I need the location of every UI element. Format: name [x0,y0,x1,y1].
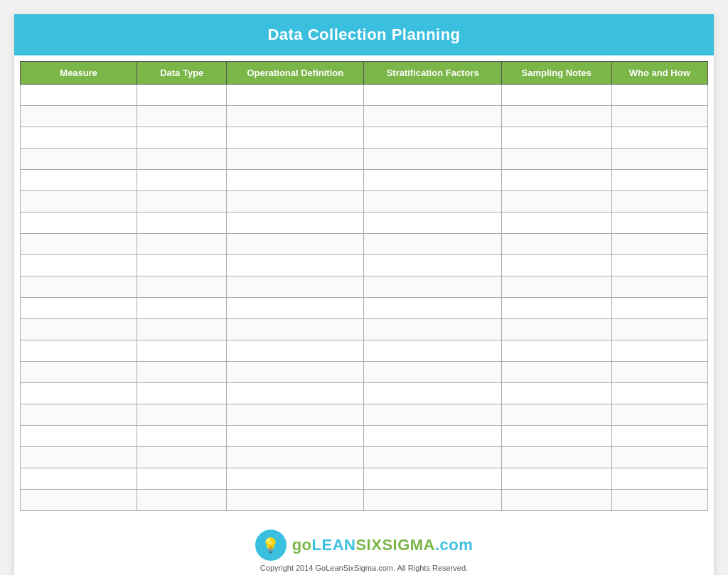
table-cell[interactable] [137,490,227,511]
table-cell[interactable] [21,426,137,447]
table-cell[interactable] [137,276,227,298]
table-cell[interactable] [137,319,227,340]
table-cell[interactable] [364,149,501,170]
table-cell[interactable] [137,447,227,468]
table-cell[interactable] [611,426,707,447]
table-cell[interactable] [364,319,501,340]
table-cell[interactable] [364,255,501,276]
table-cell[interactable] [21,383,137,404]
table-cell[interactable] [364,298,501,319]
table-cell[interactable] [501,127,611,149]
table-cell[interactable] [501,255,611,276]
table-cell[interactable] [611,213,707,234]
table-cell[interactable] [364,170,501,191]
table-cell[interactable] [611,234,707,255]
table-cell[interactable] [364,213,501,234]
table-cell[interactable] [611,191,707,213]
table-cell[interactable] [21,191,137,213]
table-cell[interactable] [227,298,364,319]
table-cell[interactable] [501,404,611,426]
table-cell[interactable] [137,362,227,383]
table-cell[interactable] [21,106,137,127]
table-cell[interactable] [501,426,611,447]
table-cell[interactable] [364,127,501,149]
table-cell[interactable] [227,383,364,404]
table-cell[interactable] [501,106,611,127]
table-cell[interactable] [21,276,137,298]
table-cell[interactable] [611,170,707,191]
table-cell[interactable] [501,490,611,511]
table-cell[interactable] [21,404,137,426]
table-cell[interactable] [137,85,227,106]
table-cell[interactable] [227,170,364,191]
table-cell[interactable] [501,319,611,340]
table-cell[interactable] [21,362,137,383]
table-cell[interactable] [21,213,137,234]
table-cell[interactable] [21,490,137,511]
table-cell[interactable] [21,319,137,340]
table-cell[interactable] [364,362,501,383]
table-cell[interactable] [501,170,611,191]
table-cell[interactable] [137,298,227,319]
table-cell[interactable] [227,85,364,106]
table-cell[interactable] [137,404,227,426]
table-cell[interactable] [227,447,364,468]
table-cell[interactable] [611,255,707,276]
table-cell[interactable] [364,191,501,213]
table-cell[interactable] [21,340,137,362]
table-cell[interactable] [611,85,707,106]
table-cell[interactable] [611,362,707,383]
table-cell[interactable] [501,447,611,468]
table-cell[interactable] [501,85,611,106]
table-cell[interactable] [501,149,611,170]
table-cell[interactable] [137,426,227,447]
table-cell[interactable] [227,490,364,511]
table-cell[interactable] [611,404,707,426]
table-cell[interactable] [227,468,364,490]
table-cell[interactable] [611,127,707,149]
table-cell[interactable] [21,85,137,106]
table-cell[interactable] [227,213,364,234]
table-cell[interactable] [227,149,364,170]
table-cell[interactable] [611,340,707,362]
table-cell[interactable] [611,447,707,468]
table-cell[interactable] [501,191,611,213]
table-cell[interactable] [21,149,137,170]
table-cell[interactable] [611,106,707,127]
table-cell[interactable] [227,426,364,447]
table-cell[interactable] [611,468,707,490]
table-cell[interactable] [364,447,501,468]
table-cell[interactable] [364,468,501,490]
table-cell[interactable] [501,298,611,319]
table-cell[interactable] [227,276,364,298]
table-cell[interactable] [501,340,611,362]
table-cell[interactable] [611,383,707,404]
table-cell[interactable] [137,468,227,490]
table-cell[interactable] [21,234,137,255]
table-cell[interactable] [364,340,501,362]
table-cell[interactable] [227,255,364,276]
table-cell[interactable] [137,340,227,362]
table-cell[interactable] [21,298,137,319]
table-cell[interactable] [227,191,364,213]
table-cell[interactable] [364,426,501,447]
table-cell[interactable] [364,276,501,298]
table-cell[interactable] [611,490,707,511]
table-cell[interactable] [364,490,501,511]
table-cell[interactable] [227,234,364,255]
table-cell[interactable] [611,319,707,340]
table-cell[interactable] [137,255,227,276]
table-cell[interactable] [364,106,501,127]
table-cell[interactable] [137,106,227,127]
table-cell[interactable] [501,213,611,234]
table-cell[interactable] [21,170,137,191]
table-cell[interactable] [21,447,137,468]
table-cell[interactable] [227,362,364,383]
table-cell[interactable] [137,234,227,255]
table-cell[interactable] [137,383,227,404]
table-cell[interactable] [611,298,707,319]
table-cell[interactable] [501,234,611,255]
table-cell[interactable] [227,127,364,149]
table-cell[interactable] [501,468,611,490]
table-cell[interactable] [227,319,364,340]
